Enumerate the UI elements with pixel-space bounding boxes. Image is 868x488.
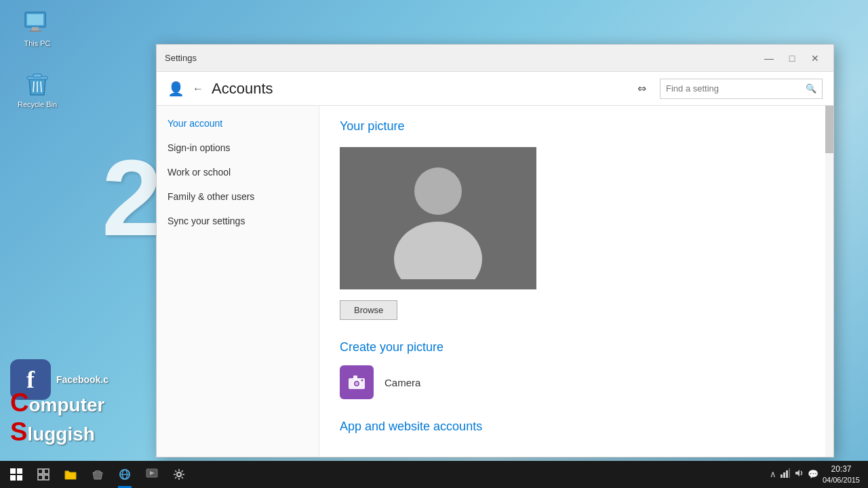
svg-rect-29	[786, 470, 788, 478]
svg-rect-3	[29, 30, 41, 32]
sidebar-item-sync-settings[interactable]: Sync your settings	[157, 209, 319, 233]
svg-rect-16	[17, 475, 22, 481]
clock-date: 04/06/2015	[823, 475, 860, 485]
svg-rect-18	[44, 469, 49, 474]
settings-taskbar-button[interactable]	[165, 461, 193, 488]
account-icon: 👤	[167, 81, 184, 97]
store-button[interactable]	[84, 461, 111, 488]
recycle-bin-image	[24, 70, 51, 98]
search-icon[interactable]: 🔍	[806, 83, 816, 94]
content-area: Your account Sign-in options Work or sch…	[157, 106, 833, 457]
profile-picture-box	[340, 147, 536, 289]
window-title: Settings	[165, 53, 759, 63]
svg-point-10	[355, 382, 359, 386]
volume-icon[interactable]	[794, 468, 804, 480]
create-picture-title: Create your picture	[340, 340, 805, 354]
minimize-button[interactable]: —	[759, 49, 779, 68]
recycle-bin-icon[interactable]: Recycle Bin	[14, 68, 61, 111]
svg-rect-5	[33, 74, 41, 77]
media-button[interactable]	[138, 461, 165, 488]
this-pc-label: This PC	[24, 39, 50, 47]
sidebar-item-your-account[interactable]: Your account	[157, 111, 319, 136]
system-tray: ∧ 💬 20:37 04/06/2015	[764, 464, 865, 485]
browser-button[interactable]	[111, 461, 138, 488]
task-view-button[interactable]	[30, 461, 57, 488]
taskbar-clock[interactable]: 20:37 04/06/2015	[823, 464, 860, 485]
camera-icon	[340, 365, 374, 399]
recycle-bin-label: Recycle Bin	[18, 100, 57, 108]
svg-point-12	[361, 380, 363, 382]
search-box: 🔍	[660, 79, 823, 99]
svg-rect-15	[10, 475, 16, 481]
file-explorer-button[interactable]	[57, 461, 84, 488]
svg-point-26	[177, 472, 181, 476]
settings-window: Settings — □ ✕ 👤 ← Accounts ⇔ 🔍 Your acc…	[156, 44, 834, 458]
taskbar: ∧ 💬 20:37 04/06/2015	[0, 461, 868, 488]
scrollbar-thumb[interactable]	[825, 106, 833, 153]
chat-icon[interactable]: 💬	[808, 469, 818, 479]
sidebar-item-work-or-school[interactable]: Work or school	[157, 160, 319, 184]
window-controls: — □ ✕	[759, 49, 825, 68]
svg-rect-19	[38, 475, 43, 480]
title-bar: Settings — □ ✕	[157, 45, 833, 72]
s-letter: S	[10, 418, 27, 446]
header-bar: 👤 ← Accounts ⇔ 🔍	[157, 72, 833, 106]
browse-button[interactable]: Browse	[340, 300, 397, 320]
svg-point-6	[414, 167, 462, 215]
close-button[interactable]: ✕	[805, 49, 825, 68]
facebook-url: Facebook.c	[56, 374, 108, 385]
sidebar-item-family-other-users[interactable]: Family & other users	[157, 184, 319, 209]
svg-rect-20	[44, 475, 49, 480]
svg-rect-14	[17, 468, 22, 474]
svg-rect-11	[353, 375, 357, 379]
svg-rect-17	[38, 469, 43, 474]
network-icon[interactable]	[781, 468, 790, 480]
start-button[interactable]	[3, 461, 30, 488]
person-silhouette	[370, 157, 506, 279]
svg-rect-28	[783, 472, 785, 478]
svg-rect-27	[781, 474, 783, 478]
page-title: Accounts	[212, 80, 629, 98]
this-pc-image	[24, 9, 51, 37]
main-content: Your picture Browse Create your picture	[319, 106, 825, 457]
svg-rect-1	[27, 14, 43, 25]
svg-rect-2	[32, 27, 39, 30]
app-accounts-title: App and website accounts	[340, 420, 805, 434]
luggish-text: luggish	[27, 424, 95, 445]
camera-item[interactable]: Camera	[340, 365, 805, 399]
sidebar: Your account Sign-in options Work or sch…	[157, 106, 319, 457]
this-pc-icon[interactable]: This PC	[14, 7, 61, 50]
camera-label: Camera	[384, 377, 420, 388]
scrollbar-track[interactable]	[825, 106, 833, 457]
clock-time: 20:37	[823, 464, 860, 475]
desktop: This PC Recycle Bin 2 f Facebook.c Compu…	[0, 0, 868, 488]
c-letter: C	[10, 388, 28, 417]
search-input[interactable]	[666, 83, 806, 94]
back-button[interactable]: ←	[193, 83, 203, 95]
svg-rect-30	[789, 468, 790, 478]
omputer-text: omputer	[28, 394, 104, 415]
hide-icons-button[interactable]: ∧	[770, 469, 776, 479]
sidebar-item-sign-in-options[interactable]: Sign-in options	[157, 136, 319, 160]
svg-rect-13	[10, 468, 16, 474]
pin-icon[interactable]: ⇔	[637, 82, 646, 95]
background-number: 2	[102, 136, 162, 260]
picture-section-title: Your picture	[340, 119, 805, 134]
maximize-button[interactable]: □	[782, 49, 802, 68]
cs-watermark: Computer Sluggish	[10, 388, 104, 447]
svg-point-7	[394, 222, 482, 279]
